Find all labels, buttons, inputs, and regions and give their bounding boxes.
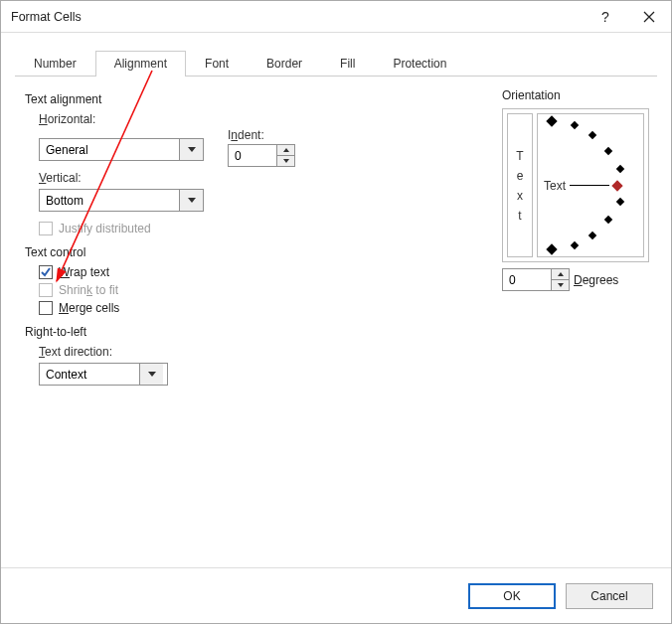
degrees-value[interactable] bbox=[503, 269, 551, 290]
check-icon bbox=[41, 267, 51, 277]
degrees-down[interactable] bbox=[552, 279, 569, 290]
chevron-up-icon bbox=[283, 148, 289, 152]
chevron-down-icon bbox=[188, 147, 196, 152]
text-direction-dropdown-button[interactable] bbox=[139, 364, 163, 385]
help-button[interactable]: ? bbox=[584, 1, 627, 33]
orientation-dial-line bbox=[570, 185, 609, 186]
merge-cells-checkbox[interactable] bbox=[39, 301, 53, 315]
shrink-to-fit-label: Shrink to fit bbox=[59, 283, 118, 297]
tab-font[interactable]: Font bbox=[186, 51, 248, 77]
degrees-label: Degrees bbox=[574, 273, 618, 287]
shrink-to-fit-checkbox bbox=[39, 283, 53, 297]
horizontal-dropdown-button[interactable] bbox=[179, 139, 203, 160]
group-orientation: Orientation T e x t Text bbox=[502, 88, 649, 291]
horizontal-combo[interactable] bbox=[39, 138, 204, 161]
wrap-text-checkbox[interactable] bbox=[39, 265, 53, 279]
degrees-spinner[interactable] bbox=[502, 268, 570, 291]
ok-button[interactable]: OK bbox=[468, 583, 556, 609]
indent-up[interactable] bbox=[277, 145, 294, 155]
close-button[interactable] bbox=[627, 1, 671, 33]
window-title: Format Cells bbox=[11, 10, 584, 24]
label-text-direction: Text direction: bbox=[39, 345, 647, 359]
vertical-combo[interactable] bbox=[39, 189, 204, 212]
tab-border[interactable]: Border bbox=[248, 51, 321, 77]
cancel-button[interactable]: Cancel bbox=[566, 583, 653, 609]
horizontal-value[interactable] bbox=[40, 139, 179, 160]
vertical-value[interactable] bbox=[40, 190, 179, 211]
indent-value[interactable] bbox=[229, 145, 276, 166]
tab-alignment[interactable]: Alignment bbox=[95, 51, 186, 77]
close-icon bbox=[643, 11, 655, 23]
tab-fill[interactable]: Fill bbox=[321, 51, 374, 77]
orientation-vertical-text[interactable]: T e x t bbox=[507, 113, 533, 257]
orientation-label: Orientation bbox=[502, 88, 649, 102]
wrap-text-label[interactable]: Wrap text bbox=[59, 265, 109, 279]
indent-down[interactable] bbox=[277, 155, 294, 166]
tabstrip: Number Alignment Font Border Fill Protec… bbox=[15, 51, 657, 77]
group-rtl: Right-to-left bbox=[25, 325, 647, 339]
titlebar: Format Cells ? bbox=[1, 1, 671, 33]
orientation-dial-handle[interactable] bbox=[611, 180, 622, 191]
chevron-down-icon bbox=[188, 198, 196, 203]
label-indent: Indent: bbox=[228, 128, 295, 142]
justify-distributed-checkbox bbox=[39, 222, 53, 235]
button-bar: OK Cancel bbox=[1, 567, 671, 623]
vertical-dropdown-button[interactable] bbox=[179, 190, 203, 211]
merge-cells-label[interactable]: Merge cells bbox=[59, 301, 119, 315]
chevron-up-icon bbox=[558, 272, 564, 276]
orientation-dial-label: Text bbox=[544, 179, 566, 193]
chevron-down-icon bbox=[283, 159, 289, 163]
orientation-panel: T e x t Text bbox=[502, 108, 649, 262]
degrees-up[interactable] bbox=[552, 269, 569, 279]
tab-protection[interactable]: Protection bbox=[374, 51, 465, 77]
tab-number[interactable]: Number bbox=[15, 51, 95, 77]
text-direction-combo[interactable] bbox=[39, 363, 168, 386]
indent-spinner[interactable] bbox=[228, 144, 295, 167]
justify-distributed-label: Justify distributed bbox=[59, 222, 151, 235]
text-direction-value[interactable] bbox=[40, 364, 139, 385]
chevron-down-icon bbox=[148, 372, 156, 377]
chevron-down-icon bbox=[558, 283, 564, 287]
orientation-dial[interactable]: Text bbox=[537, 113, 644, 257]
